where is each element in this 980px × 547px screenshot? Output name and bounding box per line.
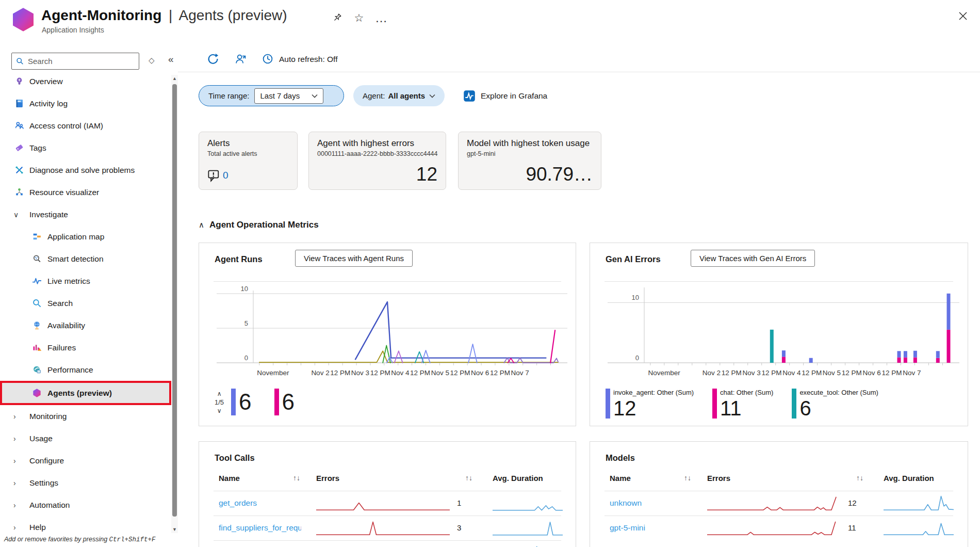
svg-text:12 PM: 12 PM xyxy=(842,369,862,377)
view-traces-agent-runs-button[interactable]: View Traces with Agent Runs xyxy=(295,250,413,267)
legend-item-1[interactable]: chat: Other (Sum) 11 xyxy=(712,389,773,420)
agent-filter[interactable]: Agent: All agents xyxy=(353,85,445,106)
row-name-link[interactable]: get_orders xyxy=(219,498,257,508)
auto-refresh-status[interactable]: Auto refresh: Off xyxy=(279,55,337,64)
page-title: Agent-Monitoring | Agents (preview) xyxy=(41,7,287,24)
sidebar-search[interactable] xyxy=(11,53,139,70)
svg-text:12 PM: 12 PM xyxy=(490,369,510,377)
highest-errors-card: Agent with highest errors 00001111-aaaa-… xyxy=(308,132,446,190)
sidebar-item-search[interactable]: Search xyxy=(0,292,171,314)
sidebar-item-diagnose-and-solve-problems[interactable]: Diagnose and solve problems xyxy=(0,159,171,181)
sort-icon[interactable]: ↑↓ xyxy=(293,474,300,482)
sidebar-item-tags[interactable]: Tags xyxy=(0,137,171,159)
pin-icon[interactable] xyxy=(329,10,345,26)
svg-text:12 PM: 12 PM xyxy=(882,369,902,377)
refresh-icon[interactable] xyxy=(207,53,220,66)
sidebar-item-agents-preview[interactable]: Agents (preview) xyxy=(0,381,171,405)
chevron-right-icon[interactable]: › xyxy=(13,435,16,443)
svg-text:12 PM: 12 PM xyxy=(330,369,350,377)
chevron-right-icon[interactable]: › xyxy=(13,412,16,421)
svg-text:Nov 2: Nov 2 xyxy=(703,369,721,377)
sidebar-item-configure[interactable]: ›Configure xyxy=(0,449,171,472)
sort-icon[interactable]: ↑↓ xyxy=(856,474,863,482)
performance-icon xyxy=(32,365,42,375)
feedback-icon[interactable] xyxy=(235,53,248,66)
time-range-label: Time range: xyxy=(208,91,249,100)
smart-detection-icon xyxy=(32,254,42,264)
svg-text:12 PM: 12 PM xyxy=(802,369,822,377)
legend-page-up-icon[interactable]: ∧ xyxy=(216,390,223,398)
sidebar-scrollbar[interactable]: ▲ ▼ xyxy=(171,75,178,533)
sidebar-item-automation[interactable]: ›Automation xyxy=(0,494,171,516)
collapse-sidebar-icon[interactable]: « xyxy=(168,54,174,65)
auto-refresh-clock-icon[interactable] xyxy=(262,53,275,66)
svg-text:12 PM: 12 PM xyxy=(370,369,390,377)
chevron-right-icon[interactable]: › xyxy=(13,457,16,465)
time-range-dropdown[interactable]: Last 7 days xyxy=(254,88,323,104)
menu-switcher-icon[interactable]: ◇ xyxy=(149,56,155,65)
diagnose-icon xyxy=(14,165,24,175)
sidebar-item-settings[interactable]: ›Settings xyxy=(0,472,171,494)
highest-token-usage-card: Model with highest token usage gpt-5-min… xyxy=(458,132,601,190)
scroll-down-icon[interactable]: ▼ xyxy=(171,526,178,533)
row-name-link[interactable]: find_suppliers_for_requ xyxy=(219,523,301,533)
sort-icon[interactable]: ↑↓ xyxy=(465,474,472,482)
agent-runs-panel: Agent Runs View Traces with Agent Runs 0… xyxy=(199,243,576,426)
chevron-right-icon[interactable]: › xyxy=(13,479,16,487)
legend-item-1[interactable]: 6 xyxy=(274,389,295,415)
chevron-right-icon[interactable]: › xyxy=(13,523,16,532)
sidebar-search-input[interactable] xyxy=(28,57,126,66)
sidebar-item-help[interactable]: ›Help xyxy=(0,516,171,538)
sidebar-item-usage[interactable]: ›Usage xyxy=(0,427,171,449)
sidebar-item-resource-visualizer[interactable]: Resource visualizer xyxy=(0,181,171,203)
sidebar-item-application-map[interactable]: Application map xyxy=(0,226,171,248)
agent-operational-metrics-section[interactable]: ∧ Agent Operational Metrics xyxy=(199,220,319,230)
sidebar-nav: OverviewActivity logAccess control (IAM)… xyxy=(0,70,171,538)
explore-in-grafana-button[interactable]: Explore in Grafana xyxy=(463,90,547,102)
application-map-icon xyxy=(32,232,42,242)
sidebar-item-access-control-iam[interactable]: Access control (IAM) xyxy=(0,115,171,137)
scrollbar-thumb[interactable] xyxy=(172,84,177,517)
sidebar: ◇ « OverviewActivity logAccess control (… xyxy=(0,46,178,547)
sidebar-item-overview[interactable]: Overview xyxy=(0,70,171,92)
duration-sparkline xyxy=(884,495,954,512)
search-icon xyxy=(32,298,42,308)
legend-item-2[interactable]: execute_tool: Other (Sum) 6 xyxy=(792,389,878,420)
svg-text:November: November xyxy=(257,369,289,377)
active-alerts-count[interactable]: 0 xyxy=(223,170,228,181)
legend-item-0[interactable]: 6 xyxy=(231,389,251,415)
genai-errors-panel: Gen AI Errors View Traces with Gen AI Er… xyxy=(590,243,968,426)
legend-label: execute_tool: Other (Sum) xyxy=(799,389,878,396)
collapse-section-icon[interactable]: ∧ xyxy=(199,220,204,230)
sidebar-item-activity-log[interactable]: Activity log xyxy=(0,92,171,115)
legend-item-0[interactable]: invoke_agent: Other (Sum) 12 xyxy=(606,389,694,420)
tags-icon xyxy=(14,143,24,153)
sidebar-item-live-metrics[interactable]: Live metrics xyxy=(0,270,171,292)
legend-page-down-icon[interactable]: ∨ xyxy=(216,407,223,415)
scroll-up-icon[interactable]: ▲ xyxy=(171,75,178,82)
sidebar-item-smart-detection[interactable]: Smart detection xyxy=(0,248,171,270)
sidebar-item-monitoring[interactable]: ›Monitoring xyxy=(0,405,171,427)
live-metrics-icon xyxy=(32,276,42,286)
failures-icon xyxy=(32,343,42,352)
row-name-link[interactable]: unknown xyxy=(610,498,642,508)
row-name-link[interactable]: gpt-5-mini xyxy=(610,523,645,533)
sort-icon[interactable]: ↑↓ xyxy=(684,474,691,482)
svg-text:Nov 5: Nov 5 xyxy=(431,369,449,377)
more-options-icon[interactable]: … xyxy=(373,10,389,26)
view-traces-genai-errors-button[interactable]: View Traces with Gen AI Errors xyxy=(691,250,815,267)
chevron-down-icon[interactable]: ∨ xyxy=(13,211,19,219)
sidebar-item-investigate[interactable]: ∨Investigate xyxy=(0,203,171,226)
time-range-filter[interactable]: Time range: Last 7 days xyxy=(199,85,344,106)
access-control-icon xyxy=(14,121,24,131)
close-icon[interactable] xyxy=(955,8,971,24)
sidebar-item-performance[interactable]: Performance xyxy=(0,359,171,381)
legend-value: 11 xyxy=(720,396,773,420)
sidebar-item-failures[interactable]: Failures xyxy=(0,336,171,359)
sidebar-item-availability[interactable]: Availability xyxy=(0,314,171,336)
errors-sparkline xyxy=(316,521,450,536)
svg-text:12 PM: 12 PM xyxy=(761,369,781,377)
favorite-star-icon[interactable]: ☆ xyxy=(351,10,367,26)
chevron-right-icon[interactable]: › xyxy=(13,501,16,509)
svg-text:Nov 5: Nov 5 xyxy=(823,369,841,377)
